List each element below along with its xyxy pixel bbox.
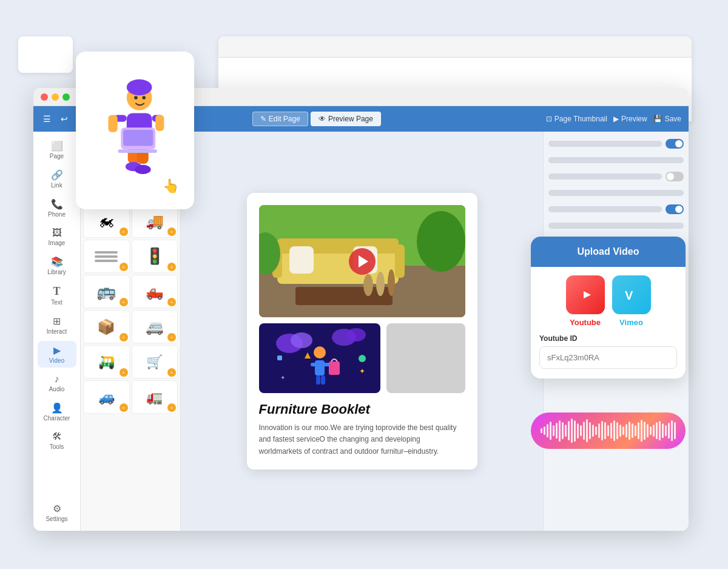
- minimize-dot[interactable]: [52, 93, 59, 101]
- svg-rect-28: [316, 375, 320, 385]
- svg-point-18: [291, 332, 312, 348]
- preview-right-button[interactable]: ▶ Preview: [613, 115, 647, 123]
- wave-bar: [550, 422, 551, 440]
- right-toggle-3[interactable]: [666, 204, 684, 214]
- svg-rect-26: [311, 363, 318, 366]
- sidebar-item-phone[interactable]: 📞 Phone: [38, 195, 76, 221]
- sidebar-item-link[interactable]: 🔗 Link: [38, 166, 76, 192]
- right-line-2: [548, 157, 684, 163]
- audio-panel[interactable]: [531, 412, 686, 449]
- canvas-area: ✦ ✦ Furniture Booklet Innovation is our …: [181, 132, 543, 531]
- svg-point-47: [134, 96, 138, 99]
- sidebar-item-settings[interactable]: ⚙ Settings: [38, 499, 76, 526]
- svg-rect-7: [395, 244, 405, 278]
- wave-bar: [568, 421, 570, 440]
- asset-item-tuktuk[interactable]: 🛺 +: [83, 345, 130, 379]
- svg-rect-44: [118, 149, 157, 153]
- sidebar-item-text[interactable]: T Text: [38, 281, 76, 309]
- asset-item-signal[interactable]: 🚦 +: [132, 240, 178, 273]
- maximize-dot[interactable]: [62, 93, 70, 101]
- svg-point-23: [359, 355, 366, 362]
- grey-placeholder: [386, 323, 465, 393]
- right-row-4: [548, 187, 684, 198]
- sidebar-item-image[interactable]: 🖼 Image: [38, 224, 76, 250]
- phone-icon: 📞: [51, 198, 63, 210]
- asset-item-motorbike[interactable]: 🏍 +: [83, 204, 130, 238]
- svg-point-46: [135, 165, 151, 174]
- svg-rect-41: [155, 115, 164, 131]
- asset-item-bus[interactable]: 🚌 +: [83, 275, 130, 308]
- video-thumbnail[interactable]: [259, 205, 465, 317]
- wave-bar: [647, 424, 649, 437]
- wave-bar: [553, 425, 554, 436]
- wave-bar: [641, 420, 642, 442]
- asset-item-van[interactable]: 🚐 +: [132, 310, 178, 343]
- youtube-id-section: Youtube ID: [531, 332, 686, 369]
- preview-page-button[interactable]: 👁 Preview Page: [311, 112, 381, 126]
- wave-bar: [616, 422, 618, 439]
- sidebar-item-video[interactable]: ▶ Video: [38, 341, 76, 368]
- toolbar-right: ⊡ Page Thumbnail ▶ Preview 💾 Save: [546, 115, 681, 123]
- character-illustration-svg: ✦ ✦: [265, 325, 374, 392]
- wave-bar: [632, 423, 633, 438]
- asset-item-pickup[interactable]: 🛻 +: [132, 275, 178, 308]
- vimeo-label: Vimeo: [619, 318, 643, 327]
- wave-bar: [559, 420, 561, 442]
- sidebar-item-character[interactable]: 👤 Character: [38, 399, 76, 425]
- sidebar-item-audio[interactable]: ♪ Audio: [38, 370, 76, 396]
- right-toggle-1[interactable]: [666, 139, 684, 149]
- audio-icon: ♪: [55, 374, 59, 385]
- play-button[interactable]: [349, 248, 376, 275]
- link-icon: 🔗: [51, 169, 63, 181]
- undo-icon[interactable]: ↩: [58, 112, 70, 126]
- wave-bar: [653, 425, 655, 437]
- wave-bar: [595, 426, 597, 435]
- sidebar-item-tools[interactable]: 🛠 Tools: [38, 428, 76, 454]
- edit-page-button[interactable]: ✎ Edit Page: [252, 112, 308, 126]
- right-row-2: [548, 155, 684, 166]
- sidebar-item-library[interactable]: 📚 Library: [38, 252, 76, 279]
- wave-bar: [556, 423, 558, 439]
- sidebar-item-interact[interactable]: ⊞ Interact: [38, 312, 76, 338]
- wave-bar: [610, 423, 612, 439]
- wave-bar: [607, 425, 609, 436]
- youtube-id-input[interactable]: [539, 346, 677, 369]
- character-svg: [96, 76, 175, 185]
- wave-bar: [650, 426, 652, 435]
- svg-rect-43: [123, 130, 153, 146]
- dark-illustration: ✦ ✦: [259, 323, 380, 393]
- sidebar-item-page[interactable]: ⬜ Page: [38, 136, 76, 163]
- svg-point-12: [376, 272, 385, 296]
- page-thumbnail-button[interactable]: ⊡ Page Thumbnail: [546, 115, 607, 123]
- wave-bar: [541, 428, 542, 433]
- interact-icon: ⊞: [53, 315, 61, 327]
- youtube-option[interactable]: Youtube: [566, 275, 605, 327]
- wave-bar: [613, 420, 615, 441]
- wave-bar: [625, 424, 627, 437]
- close-dot[interactable]: [41, 93, 48, 101]
- svg-rect-21: [277, 355, 282, 360]
- asset-item-pushcart[interactable]: 🛒 +: [132, 345, 178, 379]
- page-card: ✦ ✦ Furniture Booklet Innovation is our …: [247, 193, 477, 470]
- asset-item-jeep[interactable]: 🚙 +: [83, 380, 130, 414]
- vimeo-option[interactable]: V Vimeo: [612, 275, 651, 327]
- asset-badge: +: [120, 333, 128, 342]
- upload-video-button[interactable]: Upload Video: [531, 237, 686, 267]
- hamburger-icon[interactable]: ☰: [41, 112, 53, 126]
- asset-item-fence[interactable]: +: [83, 240, 130, 273]
- asset-item-semi[interactable]: 🚛 +: [132, 380, 178, 414]
- right-line-1: [548, 141, 662, 147]
- wave-bar: [574, 420, 576, 442]
- asset-item-truck1[interactable]: 🚚 +: [132, 204, 178, 238]
- svg-point-24: [314, 346, 326, 359]
- save-button[interactable]: 💾 Save: [653, 115, 681, 123]
- wave-bar: [598, 423, 600, 438]
- wave-bar: [580, 425, 582, 436]
- save-icon: 💾: [653, 115, 662, 123]
- youtube-icon: [566, 275, 605, 314]
- asset-item-delivery[interactable]: 📦 +: [83, 310, 130, 343]
- right-toggle-2[interactable]: [666, 172, 684, 181]
- wave-bar: [629, 422, 630, 440]
- right-row-3: [548, 169, 684, 184]
- upload-panel: Upload Video Youtube V Vimeo Youtube ID: [531, 237, 686, 379]
